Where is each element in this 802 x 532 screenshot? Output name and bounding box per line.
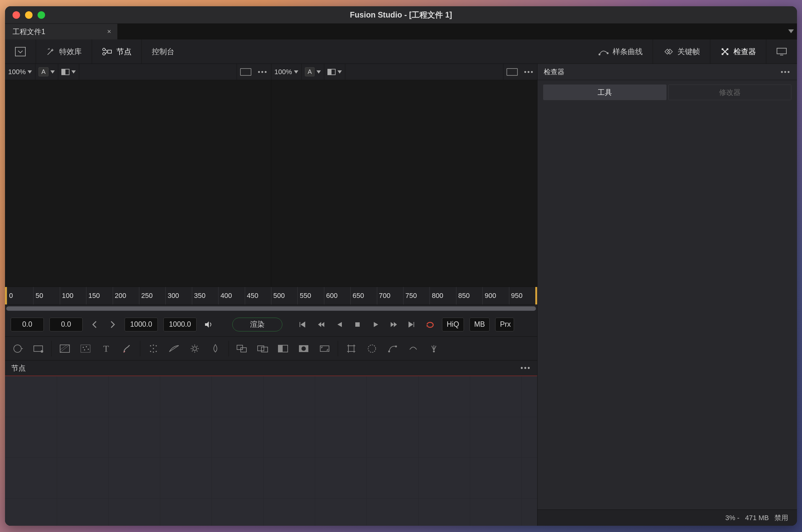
inspector-header: 检查器 •••: [538, 64, 797, 80]
viewer-left-menu-icon[interactable]: •••: [258, 68, 268, 76]
ruler-tick: 0: [7, 287, 13, 304]
tracker-tool-icon[interactable]: [144, 339, 163, 358]
channel-tool-icon[interactable]: [253, 339, 272, 358]
particle-tool-icon[interactable]: [425, 339, 443, 358]
tab-overflow-icon[interactable]: [788, 30, 794, 33]
keyer-tool-icon[interactable]: [295, 339, 313, 358]
transform-tool-icon[interactable]: [342, 339, 361, 358]
render-button[interactable]: 渲染: [232, 318, 282, 331]
effects-library-label: 特效库: [59, 46, 82, 57]
inspector-menu-icon[interactable]: •••: [781, 68, 791, 76]
secondary-display-button[interactable]: [772, 45, 791, 58]
layout-menu-button[interactable]: [11, 45, 30, 58]
prx-toggle[interactable]: Prx: [495, 318, 514, 331]
svg-point-45: [395, 345, 397, 347]
effects-library-button[interactable]: 特效库: [42, 45, 86, 58]
ruler-tick: 100: [60, 287, 74, 304]
maximize-window-button[interactable]: [38, 11, 45, 19]
blur-tool-icon[interactable]: [206, 339, 225, 358]
bspline-tool-icon[interactable]: [404, 339, 423, 358]
loop-button[interactable]: [424, 318, 436, 331]
keyframe-button[interactable]: 关键帧: [659, 45, 704, 58]
play-reverse-button[interactable]: [333, 318, 346, 331]
viewer-header: 100% A ••• 100%: [5, 64, 537, 80]
document-tab[interactable]: 工程文件1 ×: [5, 24, 118, 39]
time-ruler[interactable]: 0501001502002503003504004505005506006507…: [5, 287, 537, 305]
viewer-left[interactable]: [5, 80, 272, 287]
close-tab-icon[interactable]: ×: [107, 27, 111, 36]
hiq-toggle[interactable]: HiQ: [442, 318, 464, 331]
matte-tool-icon[interactable]: [274, 339, 293, 358]
minimize-window-button[interactable]: [25, 11, 33, 19]
tab-label: 工程文件1: [13, 27, 45, 37]
next-keyframe-button[interactable]: [107, 318, 119, 331]
svg-point-23: [84, 349, 85, 350]
nodes-menu-icon[interactable]: •••: [521, 364, 531, 373]
window-title: Fusion Studio - [工程文件 1]: [350, 10, 452, 20]
prev-keyframe-button[interactable]: [88, 318, 101, 331]
play-button[interactable]: [369, 318, 382, 331]
viewer-right-channel[interactable]: A: [305, 67, 315, 76]
ruler-tick: 50: [33, 287, 43, 304]
ruler-tick: 350: [192, 287, 206, 304]
step-forward-button[interactable]: [388, 318, 400, 331]
step-back-button[interactable]: [315, 318, 328, 331]
inspector-tab-modifier[interactable]: 修改器: [668, 84, 792, 100]
total-time-field[interactable]: 1000.0: [163, 318, 197, 331]
nodes-button[interactable]: 节点: [98, 45, 136, 58]
colorcorrector-tool-icon[interactable]: [165, 339, 183, 358]
paint-tool-icon[interactable]: [117, 339, 136, 358]
go-to-start-button[interactable]: [297, 318, 309, 331]
mb-toggle[interactable]: MB: [469, 318, 490, 331]
keyframe-label: 关键帧: [677, 46, 700, 57]
inspector-panel: 检查器 ••• 工具 修改器 3% - 471 MB 禁用: [537, 64, 797, 526]
svg-rect-12: [62, 69, 66, 75]
go-to-end-button[interactable]: [406, 318, 418, 331]
viewer-right[interactable]: [272, 80, 538, 287]
viewer-left-frame-icon[interactable]: [240, 68, 251, 76]
fastnoise-tool-icon[interactable]: [76, 339, 95, 358]
viewer-right-frame-icon[interactable]: [506, 68, 518, 76]
inspector-tab-tool[interactable]: 工具: [543, 84, 667, 100]
node-graph[interactable]: [5, 376, 537, 526]
bezier-tool-icon[interactable]: [383, 339, 402, 358]
status-percent: 3% -: [725, 514, 740, 522]
merge-tool-icon[interactable]: [232, 339, 251, 358]
viewer-left-zoom[interactable]: 100%: [5, 64, 35, 80]
out-time-field[interactable]: 1000.0: [125, 318, 158, 331]
time-scrollbar[interactable]: [5, 305, 537, 312]
text-tool-icon[interactable]: T: [97, 339, 115, 358]
close-window-button[interactable]: [13, 11, 20, 19]
current-time-field[interactable]: 0.0: [11, 318, 44, 331]
svg-point-28: [150, 351, 151, 352]
status-bar: 3% - 471 MB 禁用: [538, 510, 797, 526]
spline-button[interactable]: 样条曲线: [594, 45, 647, 58]
svg-point-7: [727, 48, 728, 50]
resize-tool-icon[interactable]: [315, 339, 334, 358]
nodes-icon: [102, 47, 113, 56]
console-button[interactable]: 控制台: [147, 45, 179, 58]
saver-tool-icon[interactable]: [29, 339, 48, 358]
inspector-icon: [720, 47, 730, 56]
viewer-left-channel[interactable]: A: [38, 67, 48, 76]
background-tool-icon[interactable]: [55, 339, 74, 358]
viewer-left-layout-icon[interactable]: [61, 69, 70, 75]
loader-tool-icon[interactable]: [8, 339, 27, 358]
out-point-marker[interactable]: [535, 287, 537, 304]
svg-point-6: [722, 48, 723, 50]
viewer-right-zoom[interactable]: 100%: [272, 64, 302, 80]
audio-button[interactable]: [202, 318, 215, 331]
ellipse-tool-icon[interactable]: [362, 339, 381, 358]
svg-point-30: [153, 345, 154, 346]
svg-rect-20: [81, 345, 90, 353]
in-time-field[interactable]: 0.0: [50, 318, 82, 331]
inspector-button[interactable]: 检查器: [716, 45, 760, 58]
viewer-right-layout-icon[interactable]: [328, 69, 336, 75]
stop-button[interactable]: [351, 318, 364, 331]
svg-point-22: [86, 346, 87, 347]
document-tabs: 工程文件1 ×: [5, 24, 797, 39]
app-window: Fusion Studio - [工程文件 1] 工程文件1 × 特效库: [5, 6, 797, 526]
brightness-tool-icon[interactable]: [185, 339, 204, 358]
viewer-right-menu-icon[interactable]: •••: [524, 68, 534, 76]
ruler-tick: 950: [509, 287, 523, 304]
